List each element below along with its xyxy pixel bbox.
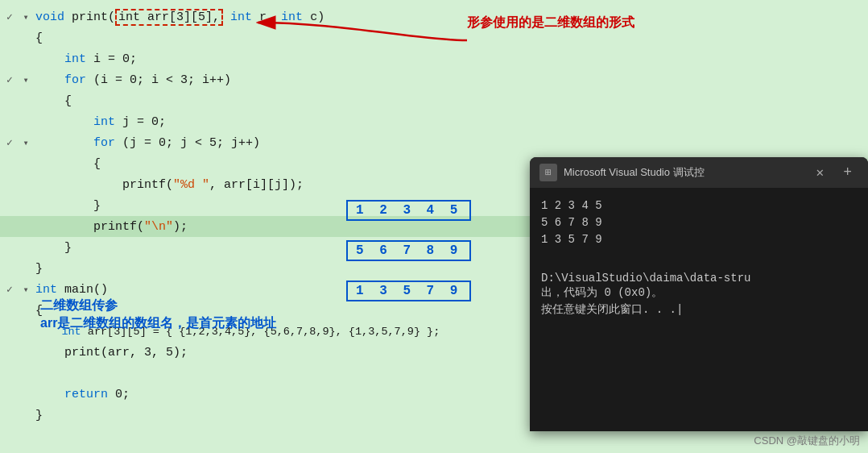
- console-window: ⊞ Microsoft Visual Studio 调试控 ✕ + 1 2 3 …: [530, 157, 868, 431]
- chevron-4: ▾: [19, 74, 32, 86]
- line20-content: }: [32, 409, 548, 422]
- main-container: ✓ ▾ void print(int arr[3][5], int r, int…: [0, 0, 868, 453]
- code-line-17: print(arr, 3, 5);: [0, 342, 548, 363]
- check-7: ✓: [6, 136, 13, 149]
- console-output-3: 1 3 5 7 9: [541, 231, 857, 248]
- line11-content: printf("\n");: [32, 220, 548, 234]
- console-close-button[interactable]: ✕: [810, 163, 831, 182]
- line19-content: return 0;: [32, 388, 548, 401]
- code-line-18: [0, 363, 548, 384]
- line6-content: int j = 0;: [32, 115, 548, 129]
- console-title: Microsoft Visual Studio 调试控: [564, 165, 804, 180]
- annotation-line1: 二维数组传参: [40, 297, 276, 314]
- code-line-5: {: [0, 90, 548, 111]
- annotation-xingcan-label: 形参使用的是二维数组的形式: [467, 15, 634, 31]
- line4-content: for (i = 0; i < 3; i++): [32, 73, 548, 87]
- annotation-box-3: 1 3 5 7 9: [346, 281, 471, 301]
- console-exit-msg: 出，代码为 0 (0x0)。: [541, 285, 857, 301]
- line2-content: {: [32, 31, 548, 45]
- annotation-line2: arr是二维数组的数组名，是首元素的地址: [40, 314, 276, 332]
- console-output-2: 5 6 7 8 9: [541, 214, 857, 231]
- console-prompt: 按任意键关闭此窗口. . .|: [541, 301, 857, 318]
- line7-content: for (j = 0; j < 5; j++): [32, 136, 548, 150]
- code-line-8: {: [0, 153, 548, 174]
- code-line-2: {: [0, 27, 548, 48]
- code-line-9: printf("%d ", arr[i][j]);: [0, 174, 548, 195]
- code-line-19: return 0;: [0, 384, 548, 405]
- code-line-7: ✓ ▾ for (j = 0; j < 5; j++): [0, 132, 548, 153]
- line5-content: {: [32, 94, 548, 108]
- watermark: CSDN @敲键盘的小明: [754, 434, 860, 448]
- annotation-box-2: 5 6 7 8 9: [346, 240, 471, 261]
- chevron-7: ▾: [19, 137, 32, 149]
- check-1: ✓: [6, 10, 13, 23]
- gutter-4: ✓: [0, 73, 19, 86]
- check-14: ✓: [6, 283, 13, 296]
- annotation-box-1: 1 2 3 4 5: [346, 200, 471, 221]
- code-line-20: }: [0, 405, 548, 426]
- console-body: 1 2 3 4 5 5 6 7 8 9 1 3 5 7 9 D:\VisualS…: [530, 188, 868, 431]
- code-line-1: ✓ ▾ void print(int arr[3][5], int r, int…: [0, 6, 548, 27]
- line3-content: int i = 0;: [32, 52, 548, 66]
- console-app-icon: ⊞: [539, 164, 557, 181]
- console-output-1: 1 2 3 4 5: [541, 197, 857, 214]
- code-line-6: int j = 0;: [0, 111, 548, 132]
- gutter-7: ✓: [0, 136, 19, 149]
- gutter-1: ✓: [0, 10, 19, 23]
- console-add-button[interactable]: +: [837, 163, 858, 182]
- annotation-2d-array-text: 二维数组传参 arr是二维数组的数组名，是首元素的地址: [40, 297, 276, 333]
- chevron-1: ▾: [19, 11, 32, 23]
- code-area: ✓ ▾ void print(int arr[3][5], int r, int…: [0, 0, 548, 453]
- line9-content: printf("%d ", arr[i][j]);: [32, 178, 548, 192]
- chevron-14: ▾: [19, 284, 32, 296]
- line8-content: {: [32, 157, 548, 171]
- line17-content: print(arr, 3, 5);: [32, 346, 548, 359]
- console-path: D:\VisualStudio\daima\data-stru: [541, 272, 857, 285]
- line13-content: }: [32, 262, 548, 276]
- code-line-4: ✓ ▾ for (i = 0; i < 3; i++): [0, 69, 548, 90]
- console-blank: [541, 248, 857, 265]
- console-titlebar: ⊞ Microsoft Visual Studio 调试控 ✕ +: [530, 157, 868, 188]
- gutter-14: ✓: [0, 283, 19, 296]
- check-4: ✓: [6, 73, 13, 86]
- code-line-3: int i = 0;: [0, 48, 548, 69]
